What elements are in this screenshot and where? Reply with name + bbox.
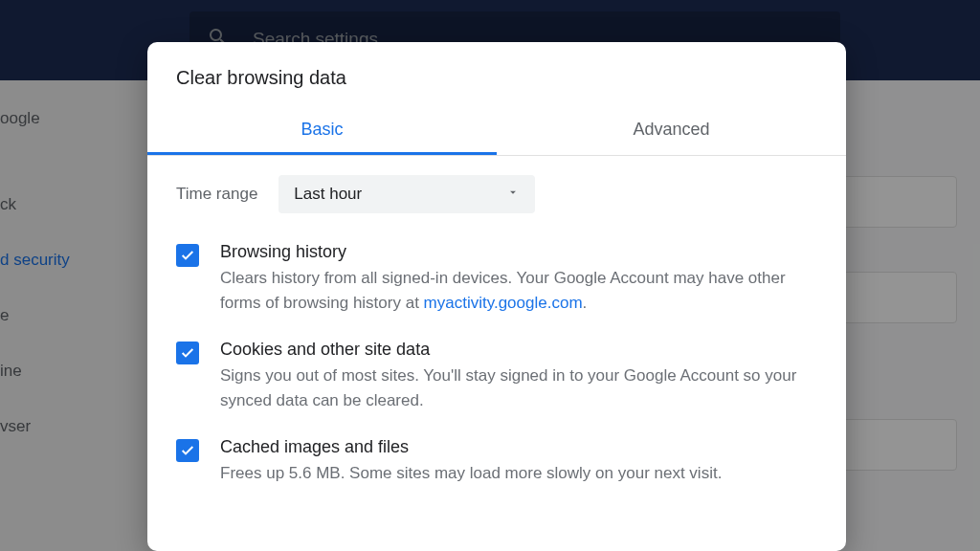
clear-browsing-data-dialog: Clear browsing data Basic Advanced Time …: [147, 42, 846, 551]
option-title: Browsing history: [220, 242, 817, 262]
time-range-select[interactable]: Last hour: [278, 175, 535, 213]
option-browsing-history: Browsing history Clears history from all…: [176, 242, 817, 315]
time-range-label: Time range: [176, 185, 257, 204]
option-desc: Frees up 5.6 MB. Some sites may load mor…: [220, 461, 817, 486]
option-desc: Clears history from all signed-in device…: [220, 266, 817, 315]
chevron-down-icon: [506, 186, 520, 203]
option-cookies: Cookies and other site data Signs you ou…: [176, 340, 817, 412]
tab-advanced[interactable]: Advanced: [497, 106, 846, 155]
dialog-title: Clear browsing data: [147, 42, 846, 106]
option-title: Cookies and other site data: [220, 340, 817, 360]
dialog-tabs: Basic Advanced: [147, 106, 846, 156]
option-title: Cached images and files: [220, 437, 817, 457]
tab-basic[interactable]: Basic: [147, 106, 497, 155]
option-cached: Cached images and files Frees up 5.6 MB.…: [176, 437, 817, 486]
myactivity-link[interactable]: myactivity.google.com: [424, 294, 583, 312]
option-desc: Signs you out of most sites. You'll stay…: [220, 364, 817, 412]
checkbox-cached[interactable]: [176, 439, 199, 462]
checkbox-browsing-history[interactable]: [176, 244, 199, 267]
time-range-value: Last hour: [294, 185, 362, 204]
checkbox-cookies[interactable]: [176, 342, 199, 364]
